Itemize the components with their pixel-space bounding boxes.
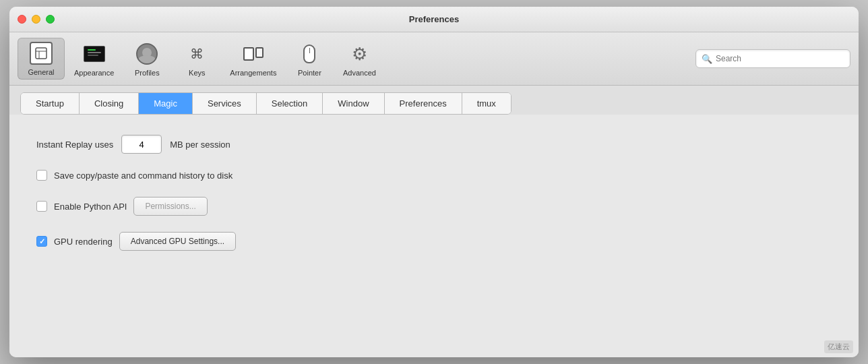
profiles-label: Profiles [135, 69, 160, 77]
tab-closing[interactable]: Closing [80, 93, 139, 114]
toolbar-icons: General Appearance [18, 38, 695, 80]
arrangements-icon [241, 42, 266, 66]
instant-replay-input[interactable] [121, 135, 162, 154]
python-api-label: Enable Python API [54, 202, 127, 212]
main-window: Preferences General [9, 7, 859, 357]
tab-selection[interactable]: Selection [257, 93, 323, 114]
svg-rect-0 [36, 48, 46, 59]
appearance-icon [82, 42, 106, 66]
instant-replay-label: Instant Replay uses [36, 140, 113, 150]
gpu-rendering-label: GPU rendering [54, 237, 113, 247]
toolbar-item-profiles[interactable]: Profiles [123, 39, 170, 80]
content-area: Instant Replay uses MB per session Save … [9, 115, 859, 357]
toolbar-item-arrangements[interactable]: Arrangements [223, 39, 283, 80]
advanced-label: Advanced [343, 69, 376, 77]
window-title: Preferences [409, 14, 459, 24]
pointer-label: Pointer [298, 69, 321, 77]
gpu-rendering-row: GPU rendering Advanced GPU Settings... [36, 232, 832, 251]
advanced-icon: ⚙ [347, 42, 371, 66]
toolbar: General Appearance [9, 32, 859, 86]
tab-preferences[interactable]: Preferences [385, 93, 462, 114]
instant-replay-suffix: MB per session [170, 140, 230, 150]
toolbar-item-keys[interactable]: ⌘ Keys [173, 39, 220, 80]
search-bar[interactable]: 🔍 [695, 49, 850, 68]
keys-icon: ⌘ [185, 42, 209, 66]
permissions-button[interactable]: Permissions... [133, 197, 207, 216]
toolbar-item-pointer[interactable]: Pointer [286, 39, 333, 80]
gpu-rendering-checkbox[interactable] [36, 236, 47, 247]
traffic-lights [18, 15, 55, 24]
toolbar-item-general[interactable]: General [18, 38, 65, 80]
tab-startup[interactable]: Startup [21, 93, 80, 114]
tab-bar-inner: Startup Closing Magic Services Selection… [20, 92, 512, 115]
save-history-checkbox[interactable] [36, 170, 47, 181]
appearance-label: Appearance [74, 69, 114, 77]
pointer-icon [297, 42, 321, 66]
search-icon: 🔍 [702, 54, 712, 64]
keys-label: Keys [189, 69, 205, 77]
toolbar-item-advanced[interactable]: ⚙ Advanced [336, 39, 383, 80]
python-api-checkbox[interactable] [36, 201, 47, 212]
tab-tmux[interactable]: tmux [462, 93, 511, 114]
advanced-gpu-button[interactable]: Advanced GPU Settings... [119, 232, 236, 251]
search-input[interactable] [716, 54, 844, 63]
close-button[interactable] [18, 15, 26, 24]
toolbar-item-appearance[interactable]: Appearance [67, 39, 121, 80]
save-history-row: Save copy/paste and command history to d… [36, 170, 832, 181]
tab-bar: Startup Closing Magic Services Selection… [9, 86, 859, 115]
general-label: General [28, 68, 54, 76]
general-icon [29, 41, 53, 65]
tab-window[interactable]: Window [323, 93, 384, 114]
maximize-button[interactable] [46, 15, 55, 24]
titlebar: Preferences [9, 7, 859, 32]
python-api-row: Enable Python API Permissions... [36, 197, 832, 216]
save-history-label: Save copy/paste and command history to d… [54, 171, 232, 181]
instant-replay-row: Instant Replay uses MB per session [36, 135, 832, 154]
tab-magic[interactable]: Magic [139, 93, 193, 114]
minimize-button[interactable] [32, 15, 40, 24]
arrangements-label: Arrangements [230, 69, 276, 77]
watermark: 亿速云 [824, 340, 853, 353]
tab-services[interactable]: Services [193, 93, 257, 114]
profiles-icon [135, 42, 159, 66]
